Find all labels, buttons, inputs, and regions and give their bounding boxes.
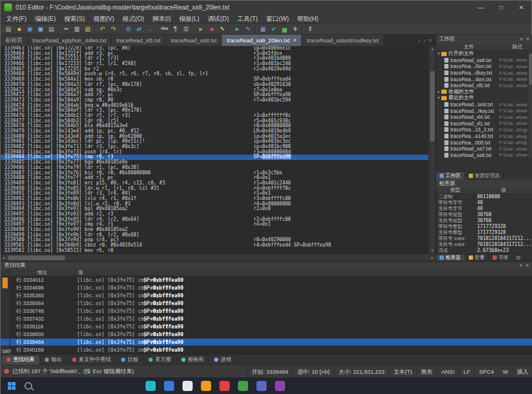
toolbar-stop-script-button[interactable]: ■ <box>206 24 217 34</box>
tree-file[interactable]: traceRead...rkey.txtF:\Cod...et\xa\ <box>436 107 529 114</box>
toolbar-edit-script-button[interactable]: ✎ <box>217 24 228 34</box>
panel-tab-output[interactable]: 输出 <box>40 355 67 365</box>
menu-scripts[interactable]: 脚本(I) <box>149 14 175 24</box>
tree-file[interactable]: traceRea...4len.txtF:\Cod...et\xa\ <box>436 76 529 82</box>
toolbar-paragraph-marks-button[interactable]: ¶ <box>170 24 181 34</box>
tab-list-icon[interactable]: ▿ <box>429 38 432 44</box>
tree-file[interactable]: traceRead_xa8.txtF:\Cod...et\xa\ <box>436 57 529 64</box>
vertical-scrollbar-thumb[interactable] <box>430 71 435 141</box>
taskbar-app-icon-7[interactable] <box>256 381 267 391</box>
toolbar-replace-button[interactable]: ⇄ <box>134 24 144 34</box>
toolbar-save-all-button[interactable]: ▣ <box>35 24 46 34</box>
column-header-path[interactable]: 路径 <box>502 44 532 51</box>
tab-explorer[interactable]: 资源管理器 <box>465 172 505 180</box>
taskbar-app-icon-8[interactable] <box>275 381 285 391</box>
menu-format[interactable]: 格式(O) <box>118 14 148 24</box>
toolbar-redo-button[interactable]: ↷ <box>108 24 119 34</box>
tree-file[interactable]: traceRea...a140.txtF:\Cod...et\xg\ <box>436 133 529 140</box>
panel-collapse-icon[interactable]: ▾ <box>519 263 522 268</box>
tree-file[interactable]: traceRead_xa6.txtF:\Cod...et\xa\ <box>436 152 529 159</box>
menu-tools[interactable]: 工具(T) <box>233 14 262 24</box>
tree-scrollbar-thumb[interactable] <box>529 54 532 85</box>
tab-bookmarks[interactable]: 书签 <box>489 254 513 261</box>
tree-file[interactable]: traceRea...dkey.txtF:\Cod...et\xa\ <box>436 70 529 76</box>
toolbar-run-script-button[interactable]: ► <box>196 24 206 34</box>
tab-traceread-xa9-20len[interactable]: traceRead_xa9_20len.txt✕ <box>222 35 302 46</box>
find-result-row[interactable]: 行 3338800[libc.so] [0x3fe75] cmp r0, r3S… <box>1 331 532 338</box>
tree-file[interactable]: traceRead_xl1.txtF:\Cod...et\xa\ <box>436 121 529 127</box>
tab-traceread-xa8[interactable]: traceRead_xa8.txt <box>166 35 222 46</box>
status-edit-mode[interactable]: 文本(T) <box>389 365 416 378</box>
taskbar-app-icon-4[interactable] <box>201 381 211 391</box>
trace-line[interactable]: 3339502 [libc.so] [0x58515] mov r6, r0 <box>1 248 428 254</box>
toolbar-checksum-button[interactable]: ✔ <box>268 24 279 34</box>
column-header-value[interactable]: 值 <box>75 269 532 276</box>
tree-file[interactable]: traceRead_xl5.txtF:\Cod...et\xa\ <box>436 82 529 89</box>
tab-inspector[interactable]: 检查器 <box>436 254 465 261</box>
tab-traceread-xatestroudkey[interactable]: traceRead_xatestroudkey.txt <box>302 35 383 46</box>
panel-close-icon[interactable]: ✕ <box>525 36 530 42</box>
tree-file[interactable]: traceRead...test.txtF:\Cod...et\xa\ <box>436 101 529 108</box>
panel-tab-checksum[interactable]: 校验和 <box>177 355 209 365</box>
panel-tab-find-in-files[interactable]: 多文件中查找 <box>67 355 116 365</box>
find-result-row[interactable]: 行 3336748[libc.so] [0x3fe75] cmp r0, r3S… <box>1 307 532 315</box>
inspector-row[interactable]: 浮点2.67368e+23 <box>436 248 532 254</box>
taskbar-app-icon-2[interactable] <box>164 381 174 391</box>
menu-view[interactable]: 视图(V) <box>89 14 118 24</box>
toolbar-pause-button[interactable]: ‖ <box>305 24 316 34</box>
menu-window[interactable]: 窗口(W) <box>262 14 293 24</box>
menu-file[interactable]: 文件(F) <box>2 14 30 24</box>
menu-search[interactable]: 搜索(S) <box>60 14 89 24</box>
toolbar-histogram-button[interactable]: ▅ <box>279 24 290 34</box>
tab-start-page[interactable]: 起始页 <box>1 35 28 46</box>
toolbar-new-file-button[interactable]: ▤ <box>3 24 14 34</box>
taskbar-search-icon[interactable] <box>24 382 32 390</box>
toolbar-calculator-button[interactable]: ▦ <box>258 24 268 34</box>
taskbar-app-icon-5[interactable] <box>219 381 230 391</box>
tree-file[interactable]: traceRead_xa7.txtF:\Cod...et\xa\ <box>436 146 529 152</box>
tab-traceread-xgtyhon-44len[interactable]: traceRead_xgtyhon_44len.txt <box>28 35 112 46</box>
find-result-row-selected[interactable]: 行 3339484[libc.so] [0x3fe75] cmp r0, r3S… <box>1 338 532 346</box>
toolbar-goto-line-button[interactable]: → <box>144 24 155 34</box>
toolbar-paste-button[interactable]: ▧ <box>82 24 93 34</box>
column-header-value[interactable]: 值 <box>474 187 532 194</box>
toolbar-line-numbers-button[interactable]: ☰ <box>181 24 191 34</box>
maximize-button[interactable]: □ <box>491 1 511 14</box>
tab-variables[interactable]: 变量 <box>465 254 489 261</box>
toolbar-copy-button[interactable]: ▥ <box>72 24 82 34</box>
toolbar-hex-mode-button[interactable]: Hex <box>159 24 170 34</box>
panel-close-icon[interactable]: ✕ <box>525 263 529 268</box>
panel-tab-processes[interactable]: 进程 <box>209 355 237 365</box>
horizontal-scrollbar-thumb[interactable] <box>8 256 65 260</box>
toolbar-find-button[interactable]: ⊙ <box>123 24 134 34</box>
tree-section-favorite-files[interactable]: ▸收藏的文件 <box>436 89 529 96</box>
toolbar-print-button[interactable]: ▤ <box>46 24 57 34</box>
find-result-row[interactable]: 行 3340168[libc.so] [0x3fe75] cmp r0, r3S… <box>1 346 532 354</box>
panel-tab-histogram[interactable]: 直方图 <box>144 355 177 365</box>
find-result-row[interactable]: 行 3335380[libc.so] [0x3fe75] cmp r0, r3S… <box>1 292 532 300</box>
editor-horizontal-scrollbar[interactable]: ◄ ► <box>1 254 435 261</box>
panel-tab-compare[interactable]: 比较 <box>116 355 144 365</box>
status-tab-size[interactable]: SPC4 <box>474 365 498 378</box>
tree-file[interactable]: traceRea...0len.txtF:\Cod...et\xa\ <box>436 63 529 70</box>
menu-templates[interactable]: 模板(L) <box>175 14 204 24</box>
start-button[interactable] <box>8 382 16 390</box>
menu-help[interactable]: 帮助(H) <box>293 14 323 24</box>
menu-edit[interactable]: 编辑(E) <box>30 14 60 24</box>
menu-debug[interactable]: 调试(D) <box>203 14 233 24</box>
minimize-button[interactable]: — <box>471 1 491 14</box>
tab-scroll-left-icon[interactable]: ‹ <box>418 38 420 44</box>
toolbar-cut-button[interactable]: ✂ <box>61 24 72 34</box>
taskbar-app-icon-6[interactable] <box>238 381 248 391</box>
toolbar-save-button[interactable]: ▣ <box>24 24 35 34</box>
status-encoding[interactable]: ANSI <box>437 365 459 378</box>
tree-file[interactable]: traceRea...000.txtF:\Cod...et\xg\ <box>436 139 529 146</box>
close-button[interactable]: ✕ <box>511 1 531 14</box>
tab-workspace[interactable]: 工作区 <box>436 172 465 180</box>
status-insert-mode[interactable]: 插入 <box>512 365 532 378</box>
tree-section-recent-files[interactable]: ▾最近的文件 <box>436 95 529 101</box>
toolbar-undo-button[interactable]: ↶ <box>97 24 108 34</box>
editor-vertical-scrollbar[interactable]: ▲ ▼ <box>428 46 435 254</box>
toolbar-run-template-button[interactable]: ► <box>232 24 243 34</box>
taskbar-app-icon-1[interactable] <box>146 381 156 391</box>
